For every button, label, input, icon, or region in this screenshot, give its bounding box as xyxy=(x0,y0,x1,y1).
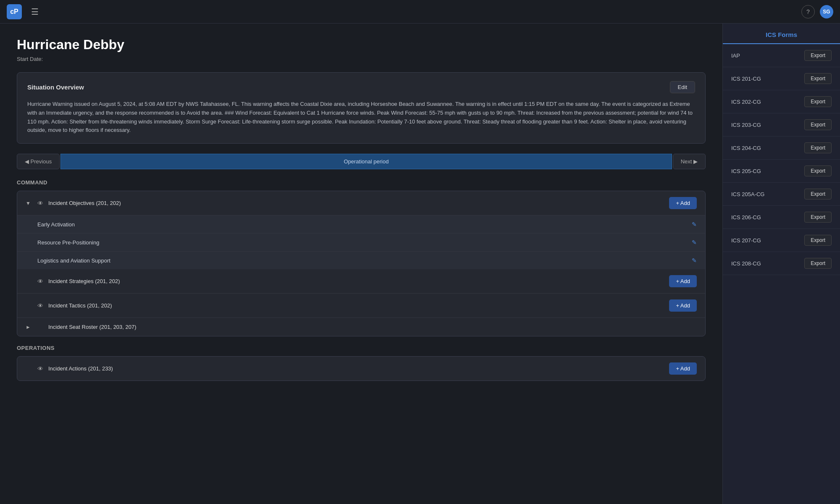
hamburger-menu[interactable]: ☰ xyxy=(29,4,41,19)
ics201cg-label: ICS 201-CG xyxy=(731,76,761,82)
expand-roster-icon[interactable]: ► xyxy=(26,324,32,330)
user-avatar[interactable]: SG xyxy=(820,5,833,18)
export-ics205cg-button[interactable]: Export xyxy=(804,165,832,176)
add-objectives-button[interactable]: + Add xyxy=(669,197,697,209)
nav-right: ? SG xyxy=(801,5,833,18)
ics203cg-label: ICS 203-CG xyxy=(731,122,761,128)
sidebar-item-ics201cg: ICS 201-CG Export xyxy=(723,67,840,90)
visibility-icon-tactics[interactable]: 👁 xyxy=(37,302,44,309)
resource-prepositioning-label: Resource Pre-Positioning xyxy=(37,239,688,246)
export-ics207cg-button[interactable]: Export xyxy=(804,235,832,246)
sub-item-row: Resource Pre-Positioning ✎ xyxy=(17,234,705,252)
page-title: Hurricane Debby xyxy=(17,37,706,52)
sidebar-item-iap: IAP Export xyxy=(723,44,840,67)
ics205acg-label: ICS 205A-CG xyxy=(731,191,764,197)
edit-early-activation-icon[interactable]: ✎ xyxy=(692,221,697,228)
sidebar-item-ics208cg: ICS 208-CG Export xyxy=(723,252,840,275)
ics202cg-label: ICS 202-CG xyxy=(731,99,761,105)
early-activation-label: Early Activation xyxy=(37,221,688,228)
command-section-header: Command xyxy=(17,179,706,186)
sidebar-item-ics203cg: ICS 203-CG Export xyxy=(723,113,840,136)
app-logo[interactable]: cP xyxy=(7,4,22,19)
edit-resource-prepositioning-icon[interactable]: ✎ xyxy=(692,239,697,246)
export-ics206cg-button[interactable]: Export xyxy=(804,212,832,223)
operations-section-header: Operations xyxy=(17,345,706,351)
incident-objectives-row: ▼ 👁 Incident Objectives (201, 202) + Add xyxy=(17,191,705,215)
add-tactics-button[interactable]: + Add xyxy=(669,299,697,312)
sub-item-row: Early Activation ✎ xyxy=(17,215,705,234)
export-ics205acg-button[interactable]: Export xyxy=(804,189,832,200)
export-ics203cg-button[interactable]: Export xyxy=(804,119,832,130)
incident-actions-row: 👁 Incident Actions (201, 233) + Add xyxy=(17,357,705,381)
export-iap-button[interactable]: Export xyxy=(804,50,832,61)
main-content: Hurricane Debby Start Date: Situation Ov… xyxy=(0,24,722,504)
sidebar-item-ics205acg: ICS 205A-CG Export xyxy=(723,183,840,206)
ics205cg-label: ICS 205-CG xyxy=(731,168,761,174)
add-actions-button[interactable]: + Add xyxy=(669,362,697,375)
incident-actions-label: Incident Actions (201, 233) xyxy=(48,365,665,372)
sidebar-item-ics202cg: ICS 202-CG Export xyxy=(723,90,840,113)
situation-title: Situation Overview xyxy=(27,84,84,91)
visibility-icon-actions[interactable]: 👁 xyxy=(37,365,44,372)
ics208cg-label: ICS 208-CG xyxy=(731,260,761,267)
start-date: Start Date: xyxy=(17,56,706,62)
incident-strategies-row: 👁 Incident Strategies (201, 202) + Add xyxy=(17,269,705,294)
iap-label: IAP xyxy=(731,52,740,59)
sub-item-row: Logistics and Aviation Support ✎ xyxy=(17,252,705,269)
export-ics208cg-button[interactable]: Export xyxy=(804,258,832,269)
sidebar-item-ics205cg: ICS 205-CG Export xyxy=(723,160,840,183)
logistics-aviation-label: Logistics and Aviation Support xyxy=(37,257,688,264)
add-strategies-button[interactable]: + Add xyxy=(669,275,697,287)
sidebar-item-ics204cg: ICS 204-CG Export xyxy=(723,136,840,160)
ics-forms-sidebar: ICS Forms IAP Export ICS 201-CG Export I… xyxy=(722,24,840,504)
page-layout: Hurricane Debby Start Date: Situation Ov… xyxy=(0,24,840,504)
export-ics201cg-button[interactable]: Export xyxy=(804,73,832,84)
objectives-sub-items: Early Activation ✎ Resource Pre-Position… xyxy=(17,215,705,269)
visibility-icon-strategies[interactable]: 👁 xyxy=(37,278,44,285)
previous-period-button[interactable]: ◀ Previous xyxy=(17,154,60,169)
top-nav: cP ☰ ? SG xyxy=(0,0,840,24)
edit-logistics-icon[interactable]: ✎ xyxy=(692,257,697,264)
operations-block: 👁 Incident Actions (201, 233) + Add xyxy=(17,356,706,381)
ics206cg-label: ICS 206-CG xyxy=(731,214,761,220)
sidebar-item-ics207cg: ICS 207-CG Export xyxy=(723,229,840,252)
incident-objectives-label: Incident Objectives (201, 202) xyxy=(48,200,665,206)
situation-overview-box: Situation Overview Edit Hurricane Warnin… xyxy=(17,72,706,144)
incident-seat-roster-label: Incident Seat Roster (201, 203, 207) xyxy=(48,324,697,330)
incident-seat-roster-row: ► Incident Seat Roster (201, 203, 207) xyxy=(17,318,705,336)
incident-tactics-label: Incident Tactics (201, 202) xyxy=(48,302,665,309)
visibility-icon[interactable]: 👁 xyxy=(37,200,44,207)
export-ics204cg-button[interactable]: Export xyxy=(804,142,832,153)
incident-strategies-label: Incident Strategies (201, 202) xyxy=(48,278,665,284)
sidebar-title: ICS Forms xyxy=(723,24,840,44)
ics207cg-label: ICS 207-CG xyxy=(731,237,761,244)
ics204cg-label: ICS 204-CG xyxy=(731,145,761,151)
op-period-label: Operational period xyxy=(60,154,672,169)
help-button[interactable]: ? xyxy=(801,5,815,18)
situation-text: Hurricane Warning issued on August 5, 20… xyxy=(27,100,695,135)
export-ics202cg-button[interactable]: Export xyxy=(804,96,832,107)
situation-header: Situation Overview Edit xyxy=(27,81,695,93)
op-period-bar: ◀ Previous Operational period Next ▶ xyxy=(17,154,706,169)
next-period-button[interactable]: Next ▶ xyxy=(673,154,706,169)
command-block: ▼ 👁 Incident Objectives (201, 202) + Add… xyxy=(17,191,706,336)
edit-situation-button[interactable]: Edit xyxy=(670,81,695,93)
collapse-icon[interactable]: ▼ xyxy=(26,200,32,206)
incident-tactics-row: 👁 Incident Tactics (201, 202) + Add xyxy=(17,294,705,318)
sidebar-item-ics206cg: ICS 206-CG Export xyxy=(723,206,840,229)
